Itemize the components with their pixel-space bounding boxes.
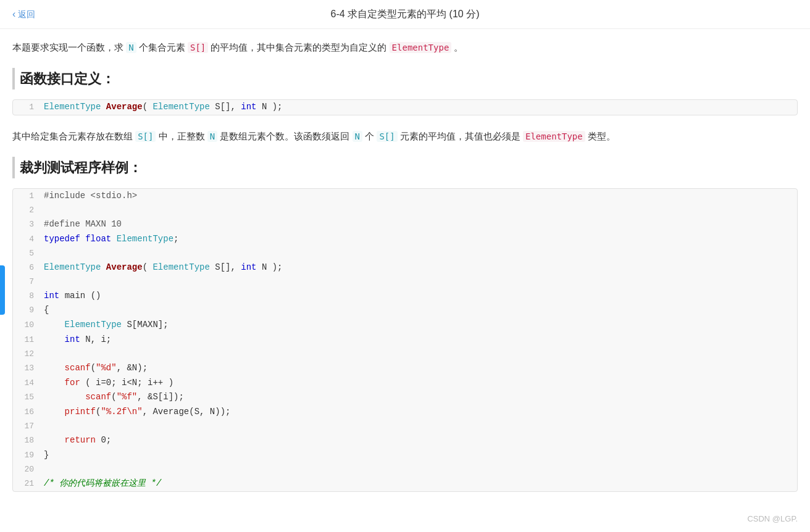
sample-code-block: 1 #include <stdio.h> 2 3 #define MAXN 10…	[12, 188, 798, 492]
header: ‹ 返回 6-4 求自定类型元素的平均 (10 分)	[0, 0, 810, 29]
page-title: 6-4 求自定类型元素的平均 (10 分)	[331, 6, 480, 22]
code-line-8: 8 int main ()	[13, 289, 797, 304]
lc-6: ElementType Average( ElementType S[], in…	[44, 260, 797, 275]
description-detail: 其中给定集合元素存放在数组 S[] 中，正整数 N 是数组元素个数。该函数须返回…	[12, 128, 798, 144]
code-line-2: 2	[13, 204, 797, 217]
line-content: ElementType Average( ElementType S[], in…	[44, 100, 797, 115]
ln-5: 5	[13, 247, 44, 260]
section1-title: 函数接口定义：	[12, 68, 798, 89]
ln-10: 10	[13, 318, 44, 332]
inline-S2: S[]	[135, 131, 156, 142]
lc-3: #define MAXN 10	[44, 217, 797, 232]
lc-18: return 0;	[44, 433, 797, 448]
back-label: 返回	[18, 7, 35, 21]
content: 本题要求实现一个函数，求 N 个集合元素 S[] 的平均值，其中集合元素的类型为…	[0, 29, 810, 514]
lc-10: ElementType S[MAXN];	[44, 318, 797, 333]
ln-12: 12	[13, 347, 44, 361]
code-line-16: 16 printf("%.2f\n", Average(S, N));	[13, 405, 797, 420]
code-line-21: 21 /* 你的代码将被嵌在这里 */	[13, 476, 797, 491]
section2-title: 裁判测试程序样例：	[12, 157, 798, 178]
lc-14: for ( i=0; i<N; i++ )	[44, 376, 797, 391]
back-button[interactable]: ‹ 返回	[12, 6, 35, 22]
lc-9: {	[44, 303, 797, 318]
code-line-7: 7	[13, 275, 797, 289]
code-line-6: 6 ElementType Average( ElementType S[], …	[13, 260, 797, 275]
code-line-13: 13 scanf("%d", &N);	[13, 361, 797, 376]
inline-ElementType2: ElementType	[523, 131, 585, 142]
ln-14: 14	[13, 376, 44, 390]
code-line-12: 12	[13, 347, 797, 361]
code-line-20: 20	[13, 463, 797, 476]
code-line-4: 4 typedef float ElementType;	[13, 232, 797, 247]
code-line-18: 18 return 0;	[13, 433, 797, 448]
lc-11: int N, i;	[44, 333, 797, 347]
code-line-10: 10 ElementType S[MAXN];	[13, 318, 797, 333]
inline-N: N	[126, 42, 136, 53]
code-line-14: 14 for ( i=0; i<N; i++ )	[13, 376, 797, 391]
ln-21: 21	[13, 477, 44, 491]
ln-19: 19	[13, 449, 44, 462]
lc-21: /* 你的代码将被嵌在这里 */	[44, 476, 797, 491]
interface-code-block: 1 ElementType Average( ElementType S[], …	[12, 99, 798, 115]
ln-6: 6	[13, 261, 44, 275]
inline-S3: S[]	[377, 131, 397, 142]
ln-1: 1	[13, 189, 44, 203]
inline-S: S[]	[188, 42, 208, 53]
ln-8: 8	[13, 289, 44, 303]
ln-15: 15	[13, 391, 44, 404]
code-line-11: 11 int N, i;	[13, 333, 797, 347]
ln-17: 17	[13, 420, 44, 433]
lc-4: typedef float ElementType;	[44, 232, 797, 247]
ln-18: 18	[13, 434, 44, 447]
lc-8: int main ()	[44, 289, 797, 304]
lc-19: }	[44, 448, 797, 463]
lc-1: #include <stdio.h>	[44, 189, 797, 204]
code-line-17: 17	[13, 420, 797, 433]
ln-9: 9	[13, 304, 44, 317]
ln-11: 11	[13, 333, 44, 347]
code-line-5: 5	[13, 247, 797, 260]
ln-2: 2	[13, 204, 44, 217]
code-line-3: 3 #define MAXN 10	[13, 217, 797, 232]
ln-16: 16	[13, 405, 44, 419]
code-line-19: 19 }	[13, 448, 797, 463]
line-number: 1	[13, 101, 44, 114]
inline-N2: N	[207, 131, 217, 142]
ln-13: 13	[13, 362, 44, 375]
description-intro: 本题要求实现一个函数，求 N 个集合元素 S[] 的平均值，其中集合元素的类型为…	[12, 39, 798, 56]
side-panel	[0, 265, 5, 315]
back-chevron-icon: ‹	[12, 6, 15, 22]
code-line-1: 1 #include <stdio.h>	[13, 189, 797, 204]
lc-13: scanf("%d", &N);	[44, 361, 797, 376]
code-line-9: 9 {	[13, 303, 797, 318]
inline-N3: N	[353, 131, 362, 142]
ln-4: 4	[13, 233, 44, 246]
code-line: 1 ElementType Average( ElementType S[], …	[13, 100, 797, 115]
code-line-15: 15 scanf("%f", &S[i]);	[13, 390, 797, 405]
ln-20: 20	[13, 463, 44, 476]
inline-ElementType1: ElementType	[390, 42, 452, 53]
lc-15: scanf("%f", &S[i]);	[44, 390, 797, 405]
ln-3: 3	[13, 218, 44, 231]
lc-16: printf("%.2f\n", Average(S, N));	[44, 405, 797, 420]
watermark: CSDN @LGP.	[747, 513, 798, 526]
ln-7: 7	[13, 275, 44, 289]
